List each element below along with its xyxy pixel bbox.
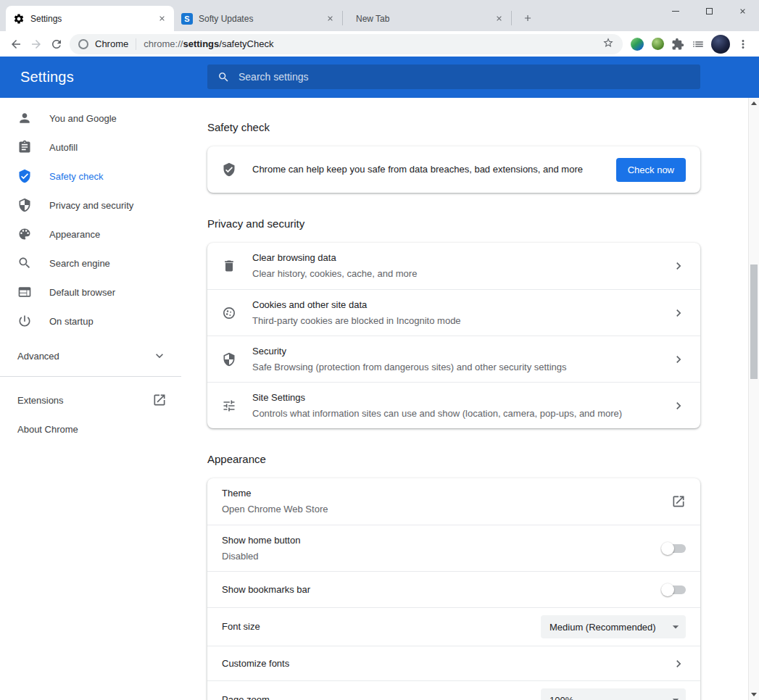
search-icon [17, 256, 32, 270]
extension-globe-icon[interactable] [627, 34, 647, 54]
plus-icon [523, 13, 533, 23]
content-area: You and Google Autofill Safety check Pri… [0, 98, 759, 700]
chevron-right-icon [671, 259, 686, 273]
settings-main: Safety check Chrome can help keep you sa… [181, 98, 759, 700]
chevron-right-icon [671, 657, 686, 671]
back-button[interactable] [6, 34, 26, 54]
sidebar-item-safety-check[interactable]: Safety check [0, 162, 181, 191]
tab-title: Settings [30, 14, 155, 24]
tab-new-tab[interactable]: New Tab [343, 6, 511, 31]
back-arrow-icon [9, 38, 22, 51]
sidebar-item-privacy[interactable]: Privacy and security [0, 191, 181, 220]
browser-window: Settings S Softy Updates New Tab Chrome [0, 0, 759, 700]
sidebar-item-about-chrome[interactable]: About Chrome [0, 414, 181, 443]
extension-list-icon[interactable] [688, 34, 708, 54]
new-tab-button[interactable] [518, 8, 538, 28]
security-row[interactable]: Security Safe Browsing (protection from … [207, 336, 700, 382]
url-host: settings [183, 38, 219, 49]
sidebar-item-label: Privacy and security [49, 200, 133, 211]
tab-divider [511, 11, 512, 25]
sidebar-advanced-button[interactable]: Advanced [0, 341, 181, 370]
show-bookmarks-bar-toggle[interactable] [661, 583, 686, 596]
extensions-puzzle-icon[interactable] [668, 34, 688, 54]
sidebar-item-default-browser[interactable]: Default browser [0, 278, 181, 307]
forward-button[interactable] [26, 34, 46, 54]
close-tab-icon[interactable] [323, 12, 336, 25]
page-zoom-row: Page zoom 100% [207, 680, 700, 700]
shield-icon [222, 352, 236, 367]
sidebar-item-label: Safety check [49, 171, 103, 182]
safety-check-heading: Safety check [207, 120, 759, 135]
clear-browsing-data-row[interactable]: Clear browsing data Clear history, cooki… [207, 243, 700, 289]
scrollbar-up-arrow[interactable] [751, 101, 757, 105]
reload-icon [50, 38, 63, 51]
reload-button[interactable] [46, 34, 67, 54]
sidebar-item-you-and-google[interactable]: You and Google [0, 104, 181, 133]
sidebar-item-label: You and Google [49, 113, 117, 124]
settings-header: Settings [0, 57, 759, 98]
bookmark-star-icon[interactable] [602, 37, 614, 51]
chevron-down-icon [152, 349, 167, 363]
tab-title: Softy Updates [199, 14, 323, 24]
sidebar-item-label: Search engine [49, 258, 110, 269]
page-zoom-select[interactable]: 100% [541, 688, 686, 700]
customize-fonts-row[interactable]: Customize fonts [207, 646, 700, 680]
browser-menu-button[interactable] [733, 34, 753, 54]
site-label: Chrome [95, 38, 128, 49]
open-in-new-icon[interactable] [671, 494, 686, 509]
page-zoom-value: 100% [549, 695, 573, 700]
maximize-icon [706, 8, 713, 14]
dropdown-caret-icon [668, 620, 683, 634]
theme-row[interactable]: Theme Open Chrome Web Store [207, 478, 700, 525]
power-icon [17, 314, 32, 328]
scrollbar-thumb[interactable] [750, 264, 758, 379]
minimize-button[interactable] [659, 0, 692, 22]
extension-leaf-icon[interactable] [647, 34, 668, 54]
dropdown-caret-icon [668, 693, 683, 700]
search-input[interactable] [239, 71, 690, 83]
tab-divider [342, 11, 343, 25]
close-tab-icon[interactable] [155, 12, 168, 25]
sidebar: You and Google Autofill Safety check Pri… [0, 98, 181, 700]
show-home-button-toggle[interactable] [661, 542, 686, 555]
show-bookmarks-bar-row: Show bookmarks bar [207, 571, 700, 607]
sidebar-item-label: On startup [49, 316, 94, 327]
open-in-new-icon [152, 393, 167, 407]
appearance-card: Theme Open Chrome Web Store Show home bu… [207, 478, 700, 700]
tab-softy-updates[interactable]: S Softy Updates [174, 6, 342, 31]
sidebar-item-label: Appearance [49, 229, 100, 240]
search-icon [217, 71, 230, 83]
site-settings-row[interactable]: Site Settings Controls what information … [207, 382, 700, 428]
sidebar-item-on-startup[interactable]: On startup [0, 307, 181, 336]
check-now-button[interactable]: Check now [616, 158, 686, 182]
cookies-row[interactable]: Cookies and other site data Third-party … [207, 289, 700, 336]
tab-settings[interactable]: Settings [6, 6, 174, 31]
window-controls [659, 0, 759, 22]
sidebar-item-label: Autofill [49, 142, 78, 153]
maximize-button[interactable] [692, 0, 726, 22]
sidebar-item-extensions[interactable]: Extensions [0, 386, 181, 414]
sidebar-item-autofill[interactable]: Autofill [0, 133, 181, 162]
chevron-right-icon [671, 399, 686, 413]
close-tab-icon[interactable] [492, 12, 505, 25]
autofill-icon [17, 140, 32, 154]
sidebar-item-label: Extensions [17, 395, 64, 406]
privacy-heading: Privacy and security [207, 217, 759, 231]
sidebar-item-search-engine[interactable]: Search engine [0, 249, 181, 278]
sidebar-item-label: Default browser [49, 287, 115, 298]
cookie-icon [222, 306, 236, 320]
palette-icon [17, 227, 32, 241]
shield-check-icon [222, 162, 236, 177]
softy-favicon-icon: S [181, 13, 193, 25]
font-size-select[interactable]: Medium (Recommended) [541, 615, 686, 638]
kebab-menu-icon [737, 38, 750, 51]
settings-search-box[interactable] [207, 64, 700, 89]
address-bar[interactable]: Chrome chrome:// settings /safetyCheck [70, 34, 623, 54]
close-window-button[interactable] [726, 0, 759, 22]
safety-check-row: Chrome can help keep you safe from data … [207, 146, 700, 193]
page-info-icon[interactable] [78, 39, 88, 49]
scrollbar-down-arrow[interactable] [751, 693, 757, 696]
profile-avatar[interactable] [711, 35, 730, 54]
sidebar-item-appearance[interactable]: Appearance [0, 220, 181, 249]
navigation-bar: Chrome chrome:// settings /safetyCheck [0, 31, 759, 57]
